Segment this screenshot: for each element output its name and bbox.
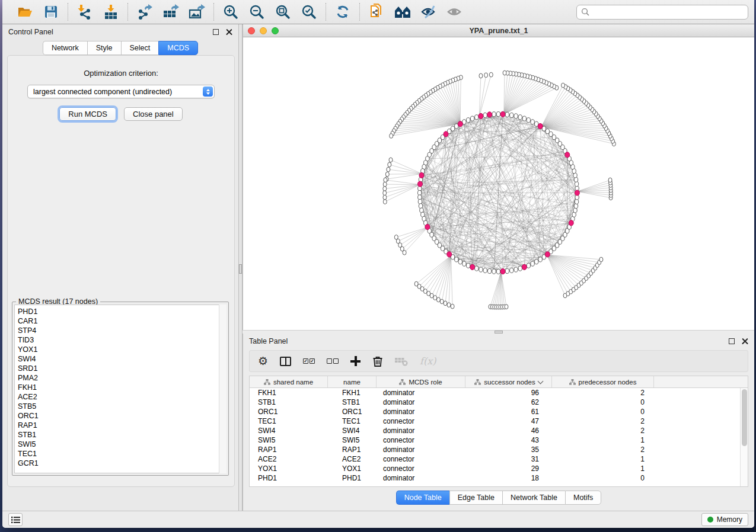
- mcds-result-item[interactable]: SWI5: [18, 440, 226, 449]
- create-column-icon[interactable]: [350, 354, 361, 368]
- table-cell-predecessor_nodes: 1: [552, 464, 654, 473]
- maximize-window-icon[interactable]: [272, 27, 279, 34]
- table-row[interactable]: SWI4SWI4dominator462: [250, 426, 740, 435]
- mcds-result-item[interactable]: RAP1: [18, 421, 226, 430]
- divider-handle[interactable]: [239, 264, 242, 274]
- table-cell-name: FKH1: [328, 388, 377, 398]
- table-cell-mcds_role: dominator: [377, 388, 465, 398]
- table-cell-successor_nodes: 46: [465, 426, 552, 435]
- float-table-panel-icon[interactable]: [729, 338, 735, 344]
- save-session-icon[interactable]: [42, 3, 60, 21]
- mcds-result-item[interactable]: ACE2: [18, 392, 226, 402]
- table-cell-mcds_role: dominator: [377, 398, 465, 407]
- export-table-icon[interactable]: [162, 3, 180, 21]
- close-table-panel-icon[interactable]: [742, 338, 748, 345]
- mcds-result-item[interactable]: GCR1: [18, 459, 226, 468]
- column-header-name[interactable]: name: [328, 376, 377, 387]
- table-row[interactable]: STB1STB1dominator620: [250, 398, 740, 407]
- table-row[interactable]: RAP1RAP1dominator352: [250, 445, 740, 454]
- tab-motifs[interactable]: Motifs: [565, 491, 601, 505]
- mcds-result-item[interactable]: STB1: [18, 430, 226, 440]
- network-graph: [243, 37, 754, 330]
- mcds-result-item[interactable]: FKH1: [18, 383, 226, 392]
- tab-node-table[interactable]: Node Table: [396, 491, 449, 505]
- mcds-result-item[interactable]: ORC1: [18, 411, 226, 421]
- import-network-icon[interactable]: [76, 3, 94, 21]
- network-canvas[interactable]: [243, 37, 754, 330]
- table-scrollbar-thumb[interactable]: [742, 389, 747, 446]
- mcds-result-item[interactable]: TEC1: [18, 449, 226, 459]
- criterion-select[interactable]: largest connected component (undirected): [27, 85, 215, 98]
- mcds-result-item[interactable]: CAR1: [18, 316, 226, 326]
- minimize-window-icon[interactable]: [260, 27, 267, 34]
- run-mcds-button[interactable]: Run MCDS: [59, 107, 116, 121]
- table-row[interactable]: ORC1ORC1dominator610: [250, 407, 740, 416]
- mcds-result-list[interactable]: PHD1CAR1STP4TID3YOX1SWI4SRD1PMA2FKH1ACE2…: [14, 305, 227, 473]
- table-row[interactable]: YOX1YOX1connector291: [250, 464, 740, 473]
- mcds-result-item[interactable]: SRD1: [18, 364, 226, 373]
- first-neighbors-icon[interactable]: [394, 3, 412, 21]
- table-cell-mcds_role: dominator: [377, 407, 465, 416]
- zoom-fit-icon[interactable]: [274, 3, 292, 21]
- table-row[interactable]: FKH1FKH1dominator962: [250, 388, 740, 398]
- application-window: Control Panel Network Style Select MCDS …: [2, 0, 754, 528]
- column-header-predecessor-nodes[interactable]: predecessor nodes: [552, 376, 654, 387]
- close-panel-icon[interactable]: [226, 29, 232, 36]
- tab-mcds[interactable]: MCDS: [158, 41, 198, 55]
- open-file-icon[interactable]: [16, 3, 34, 21]
- table-cell-predecessor_nodes: 0: [552, 473, 654, 483]
- mcds-result-scrollbar[interactable]: [219, 305, 227, 473]
- apply-layout-icon[interactable]: [334, 3, 352, 21]
- zoom-out-icon[interactable]: [248, 3, 266, 21]
- clone-network-icon[interactable]: [368, 3, 385, 21]
- table-cell-shared_name: SWI5: [250, 435, 328, 445]
- mcds-result-group: MCDS result (17 nodes) PHD1CAR1STP4TID3Y…: [12, 302, 229, 476]
- table-scrollbar[interactable]: [740, 388, 748, 486]
- table-row[interactable]: ACE2ACE2connector311: [250, 454, 740, 464]
- table-row[interactable]: PHD1PHD1dominator180: [250, 473, 740, 483]
- table-panel-tabs: Node Table Edge Table Network Table Moti…: [243, 491, 754, 505]
- zoom-selected-icon[interactable]: [300, 3, 318, 21]
- tab-network[interactable]: Network: [43, 41, 87, 55]
- tab-network-table[interactable]: Network Table: [502, 491, 565, 505]
- import-table-icon[interactable]: [102, 3, 120, 21]
- mcds-result-item[interactable]: YOX1: [18, 345, 226, 354]
- tab-style[interactable]: Style: [87, 41, 121, 55]
- column-header-mcds-role[interactable]: MCDS role: [377, 376, 465, 387]
- tab-select[interactable]: Select: [121, 41, 159, 55]
- close-panel-button[interactable]: Close panel: [124, 107, 183, 121]
- table-panel-title: Table Panel: [249, 337, 288, 345]
- mcds-result-item[interactable]: TID3: [18, 335, 226, 345]
- table-row[interactable]: SWI5SWI5connector431: [250, 435, 740, 445]
- export-image-icon[interactable]: [188, 3, 206, 21]
- mcds-result-item[interactable]: PHD1: [18, 307, 226, 316]
- search-input[interactable]: [576, 5, 748, 20]
- mcds-result-item[interactable]: STB5: [18, 402, 226, 411]
- close-window-icon[interactable]: [248, 27, 255, 34]
- column-header-shared-name[interactable]: shared name: [250, 376, 328, 387]
- tab-edge-table[interactable]: Edge Table: [449, 491, 502, 505]
- network-titlebar[interactable]: YPA_prune.txt_1: [243, 24, 754, 37]
- export-network-icon[interactable]: [136, 3, 154, 21]
- split-divider-vertical[interactable]: [238, 24, 243, 511]
- table-settings-gear-icon[interactable]: ⚙: [258, 354, 268, 368]
- divider-handle[interactable]: [495, 331, 503, 334]
- hide-selected-icon[interactable]: [420, 3, 438, 21]
- column-header-successor-nodes[interactable]: successor nodes: [465, 376, 552, 387]
- show-all-icon[interactable]: [446, 3, 464, 21]
- table-cell-name: YOX1: [328, 464, 377, 473]
- table-row[interactable]: TEC1TEC1connector472: [250, 416, 740, 426]
- table-cell-shared_name: ORC1: [250, 407, 328, 416]
- memory-button[interactable]: Memory: [701, 513, 748, 526]
- deselect-all-icon[interactable]: [327, 354, 339, 368]
- split-divider-horizontal[interactable]: [243, 330, 754, 334]
- select-all-icon[interactable]: ✓✓: [303, 354, 315, 368]
- zoom-in-icon[interactable]: [222, 3, 240, 21]
- mcds-result-item[interactable]: SWI4: [18, 354, 226, 364]
- toggle-panel-icon[interactable]: [280, 354, 291, 368]
- mcds-result-item[interactable]: PMA2: [18, 373, 226, 383]
- task-history-icon[interactable]: [8, 513, 23, 526]
- float-panel-icon[interactable]: [213, 29, 219, 35]
- delete-column-icon[interactable]: [372, 354, 383, 368]
- mcds-result-item[interactable]: STP4: [18, 326, 226, 335]
